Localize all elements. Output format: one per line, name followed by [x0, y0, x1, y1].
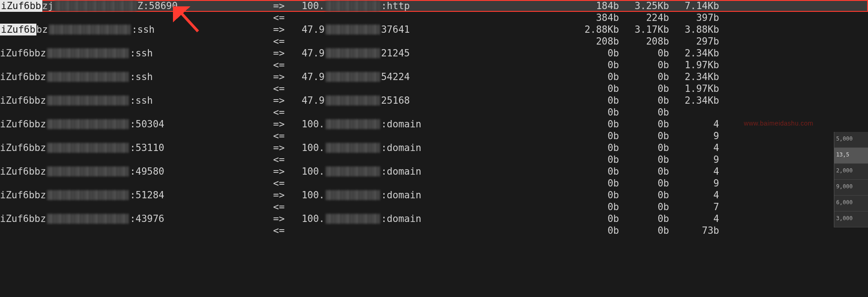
redacted-block: [325, 1, 380, 11]
rate-col-2: 0b: [619, 166, 669, 177]
connection-row: <=0b0b1.97Kb: [0, 83, 868, 95]
rate-col-3: 73b: [669, 225, 719, 237]
connection-row: iZuf6bbz:ssh=> 47.9376412.88Kb3.17Kb3.88…: [0, 24, 868, 35]
connection-row: iZuf6bbz:49580=> 100.:domain0b0b4: [0, 166, 868, 177]
redacted-block: [47, 96, 129, 106]
rate-col-3: 3.88Kb: [669, 24, 719, 35]
local-port: :ssh: [130, 71, 153, 83]
rate-col-2: 0b: [619, 225, 669, 237]
host-text: iZuf6bbz: [0, 71, 46, 83]
watermark-text: www.baimeidashu.com: [744, 117, 813, 129]
remote-ip: 100.: [296, 166, 325, 177]
rate-col-2: 0b: [619, 213, 669, 225]
rate-col-3: 9: [669, 177, 719, 189]
rate-col-1: 0b: [569, 59, 619, 71]
local-host: iZuf6bbz:53110: [0, 142, 273, 154]
rate-col-2: 0b: [619, 95, 669, 106]
remote-port: 54224: [381, 71, 410, 83]
redacted-block: [47, 166, 129, 176]
rate-col-3: 2.34Kb: [669, 47, 719, 59]
direction-arrow: <=: [273, 177, 296, 189]
scale-tick: 2,000: [834, 164, 868, 180]
rate-col-1: 0b: [569, 71, 619, 83]
host-text: iZuf6bbz: [0, 213, 46, 225]
direction-arrow: =>: [273, 71, 296, 83]
local-host: iZuf6bbzjZ:58690: [0, 0, 273, 12]
connection-row: <=0b0b73b: [0, 225, 868, 237]
scale-tick: 3,000: [834, 211, 868, 227]
rate-col-2: 3.25Kb: [619, 0, 669, 12]
remote-host: 47.954224: [296, 71, 569, 83]
redacted-block: [47, 48, 129, 58]
rate-col-1: 0b: [569, 201, 619, 213]
rate-col-3: 7: [669, 201, 719, 213]
rate-col-2: 0b: [619, 59, 669, 71]
remote-port: :domain: [381, 166, 421, 177]
connection-row: iZuf6bbz:50304=> 100.:domain0b0b4: [0, 118, 868, 130]
remote-host: 100.:http: [296, 0, 569, 12]
redacted-block: [325, 143, 380, 153]
connection-row: iZuf6bbz:ssh=> 47.9212450b0b2.34Kb: [0, 47, 868, 59]
direction-arrow: =>: [273, 47, 296, 59]
remote-host: 100.:domain: [296, 189, 569, 201]
connection-row: <=208b208b297b: [0, 35, 868, 47]
scale-tick: 9,000: [834, 180, 868, 196]
rate-col-3: 2.34Kb: [669, 95, 719, 106]
redacted-block: [47, 214, 129, 224]
connection-row: <=0b0b7: [0, 201, 868, 213]
rate-col-1: 2.88Kb: [569, 24, 619, 35]
local-host: iZuf6bbz:50304: [0, 118, 273, 130]
host-prefix: iZuf6b: [0, 24, 36, 35]
rate-col-1: 0b: [569, 106, 619, 118]
connection-row: <=0b0b9: [0, 154, 868, 166]
local-host: iZuf6bbz:51284: [0, 189, 273, 201]
local-port: :49580: [130, 166, 164, 177]
local-host: iZuf6bbz:ssh: [0, 71, 273, 83]
local-port: :51284: [130, 189, 164, 201]
rate-col-1: 0b: [569, 47, 619, 59]
remote-ip: 100.: [296, 142, 325, 154]
host-text: iZuf6bbz: [0, 166, 46, 177]
scale-tick: 5,000: [834, 132, 868, 148]
rate-col-3: 397b: [669, 12, 719, 24]
local-port: :ssh: [132, 24, 155, 35]
rate-col-3: 4: [669, 118, 719, 130]
local-port: Z:58690: [137, 0, 178, 12]
direction-arrow: <=: [273, 130, 296, 142]
direction-arrow: <=: [273, 106, 296, 118]
connection-row: iZuf6bbz:ssh=> 47.9251680b0b2.34Kb: [0, 95, 868, 106]
direction-arrow: =>: [273, 166, 296, 177]
rate-col-2: 0b: [619, 83, 669, 95]
rate-col-1: 208b: [569, 35, 619, 47]
redacted-block: [325, 166, 380, 176]
rate-col-3: 2.34Kb: [669, 71, 719, 83]
rate-col-1: 0b: [569, 83, 619, 95]
rate-col-3: 4: [669, 142, 719, 154]
direction-arrow: <=: [273, 59, 296, 71]
direction-arrow: =>: [273, 142, 296, 154]
rate-col-1: 0b: [569, 213, 619, 225]
rate-col-3: 4: [669, 166, 719, 177]
rate-col-3: 9: [669, 154, 719, 166]
direction-arrow: =>: [273, 24, 296, 35]
remote-port: :domain: [381, 118, 421, 130]
local-host: iZuf6bbz:ssh: [0, 95, 273, 106]
connection-row: <=0b0b1.97Kb: [0, 59, 868, 71]
rate-col-2: 3.17Kb: [619, 24, 669, 35]
rate-col-1: 0b: [569, 130, 619, 142]
direction-arrow: <=: [273, 201, 296, 213]
remote-ip: 100.: [296, 213, 325, 225]
redacted-block: [325, 190, 380, 200]
rate-col-3: 1.97Kb: [669, 59, 719, 71]
host-text: bz: [36, 24, 48, 35]
connection-row: iZuf6bbz:53110=> 100.:domain0b0b4: [0, 142, 868, 154]
rate-col-2: 0b: [619, 47, 669, 59]
rate-col-1: 0b: [569, 95, 619, 106]
direction-arrow: =>: [273, 213, 296, 225]
rate-col-2: 0b: [619, 201, 669, 213]
local-port: :50304: [130, 118, 164, 130]
connection-row: <=384b224b397b: [0, 12, 868, 24]
remote-ip: 47.9: [296, 47, 325, 59]
direction-arrow: =>: [273, 0, 296, 12]
host-text: iZuf6bbz: [0, 95, 46, 106]
